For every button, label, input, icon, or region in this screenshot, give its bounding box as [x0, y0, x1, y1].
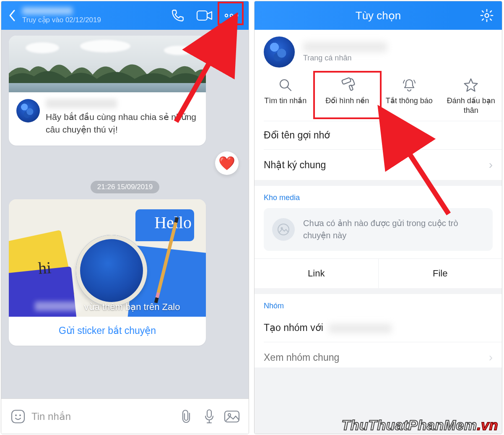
options-header: Tùy chọn — [255, 1, 502, 30]
bell-icon — [402, 77, 417, 93]
quick-change-background[interactable]: Đổi hình nền — [317, 74, 379, 117]
chat-body[interactable]: Hãy bắt đầu cùng nhau chia sẻ những câu … — [1, 30, 249, 399]
friend-added-cover: Hello hi vừa thêm bạn trên Zalo — [9, 199, 206, 317]
chevron-left-icon — [8, 9, 17, 22]
settings-button[interactable] — [478, 6, 496, 25]
image-picker-button[interactable] — [223, 407, 241, 426]
options-screen: Tùy chọn Trang cá nhân Tìm tin nhắn — [254, 1, 502, 434]
svg-point-6 — [19, 414, 21, 416]
contact-name-redacted — [22, 7, 73, 15]
contact-avatar[interactable] — [16, 99, 40, 122]
quick-actions: Tìm tin nhắn Đổi hình nền Tắt thông báo … — [255, 72, 502, 121]
friend-added-card[interactable]: Hello hi vừa thêm bạn trên Zalo Gửi stic… — [9, 199, 206, 346]
intro-card-cover — [9, 36, 206, 92]
chat-screen: Truy cập vào 02/12/2019 — [1, 1, 249, 434]
rename-contact-row[interactable]: Đổi tên gợi nhớ — [255, 121, 502, 149]
quick-action-label: Đánh dấu bạn thân — [442, 96, 501, 115]
svg-rect-0 — [197, 11, 207, 20]
contact-name-redacted — [329, 324, 392, 333]
chevron-right-icon: › — [489, 351, 493, 364]
contact-name-redacted — [303, 42, 387, 52]
options-body[interactable]: Trang cá nhân Tìm tin nhắn Đổi hình nền — [255, 30, 502, 434]
gear-icon — [480, 8, 494, 23]
video-call-button[interactable] — [193, 6, 216, 25]
options-title: Tùy chọn — [356, 9, 401, 22]
intro-card[interactable]: Hãy bắt đầu cùng nhau chia sẻ những câu … — [9, 36, 206, 146]
phone-icon — [171, 8, 185, 23]
svg-point-1 — [225, 14, 228, 17]
last-seen: Truy cập vào 02/12/2019 — [22, 16, 166, 24]
more-options-button[interactable] — [220, 6, 243, 25]
group-section-label: Nhóm — [255, 294, 502, 314]
search-icon — [278, 78, 293, 93]
row-label: Nhật ký chung — [264, 159, 326, 171]
svg-point-3 — [235, 14, 238, 17]
microphone-icon — [203, 409, 215, 425]
heart-icon: ❤️ — [218, 155, 235, 171]
file-tab[interactable]: File — [379, 259, 502, 288]
message-input[interactable]: Tin nhắn — [31, 411, 173, 422]
paperclip-icon — [180, 409, 193, 424]
quick-mark-close-friend[interactable]: Đánh dấu bạn thân — [440, 74, 502, 117]
quick-action-label: Tìm tin nhắn — [264, 96, 307, 106]
media-empty-text: Chưa có ảnh nào được gửi trong cuộc trò … — [303, 217, 484, 242]
send-sticker-button[interactable]: Gửi sticker bắt chuyện — [9, 317, 206, 346]
heart-reaction[interactable]: ❤️ — [215, 151, 239, 175]
media-section-label: Kho media — [255, 186, 502, 206]
contact-name-redacted — [46, 99, 117, 108]
intro-card-text: Hãy bắt đầu cùng nhau chia sẻ những câu … — [46, 111, 198, 136]
link-tab[interactable]: Link — [255, 259, 379, 288]
message-composer: Tin nhắn — [1, 399, 249, 434]
image-icon — [223, 410, 240, 423]
shared-diary-row[interactable]: Nhật ký chung › — [255, 150, 502, 180]
contact-name-redacted — [35, 302, 81, 311]
timestamp-divider: 21:26 15/09/2019 — [91, 181, 159, 193]
voice-message-button[interactable] — [200, 407, 218, 426]
attach-button[interactable] — [177, 407, 196, 426]
row-label: Đổi tên gợi nhớ — [264, 130, 330, 141]
svg-rect-12 — [342, 78, 351, 84]
svg-point-10 — [485, 13, 488, 17]
row-label: Xem nhóm chung — [264, 352, 339, 363]
svg-point-5 — [15, 414, 17, 416]
video-icon — [196, 10, 213, 21]
media-empty-state: Chưa có ảnh nào được gửi trong cuộc trò … — [264, 208, 493, 251]
svg-point-14 — [278, 224, 289, 235]
quick-action-label: Tắt thông báo — [386, 96, 433, 106]
chevron-right-icon: › — [489, 158, 493, 172]
sticker-picker-button[interactable] — [9, 407, 27, 426]
voice-call-button[interactable] — [166, 6, 189, 25]
profile-subtitle: Trang cá nhân — [303, 54, 387, 63]
friend-added-caption: vừa thêm bạn trên Zalo — [84, 302, 180, 313]
quick-action-label: Đổi hình nền — [325, 96, 369, 106]
more-horizontal-icon — [223, 13, 240, 18]
row-label: Tạo nhóm với — [264, 322, 323, 333]
chat-header: Truy cập vào 02/12/2019 — [1, 1, 249, 30]
svg-rect-4 — [12, 410, 24, 423]
sticker-icon — [10, 409, 26, 424]
star-icon — [463, 78, 479, 93]
hi-graphic-text: hi — [37, 258, 52, 278]
watermark: ThuThuatPhanMem.vn — [341, 417, 498, 433]
svg-point-11 — [280, 80, 288, 88]
svg-point-9 — [228, 414, 231, 416]
paint-roller-icon — [339, 77, 356, 94]
photo-placeholder-icon — [272, 218, 295, 241]
profile-row[interactable]: Trang cá nhân — [255, 30, 502, 72]
quick-mute-notifications[interactable]: Tắt thông báo — [378, 74, 440, 117]
view-shared-groups-row[interactable]: Xem nhóm chung › — [255, 342, 502, 367]
back-button[interactable] — [5, 8, 21, 23]
quick-search-messages[interactable]: Tìm tin nhắn — [255, 74, 317, 117]
create-group-row[interactable]: Tạo nhóm với — [255, 314, 502, 342]
contact-avatar[interactable] — [264, 36, 295, 68]
svg-rect-7 — [207, 410, 211, 417]
svg-point-2 — [230, 14, 233, 17]
